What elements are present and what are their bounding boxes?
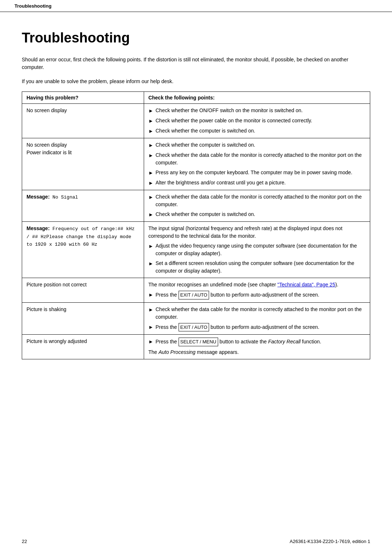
list-item: ► Press the EXIT / AUTO button to perfor… (148, 291, 366, 299)
solution-list: ► Check whether the data cable for the m… (148, 306, 366, 332)
bullet-icon: ► (148, 117, 154, 125)
solution-list: ► Check whether the ON/OFF switch on the… (148, 107, 366, 135)
solution-list: ► Adjust the video frequency range using… (148, 242, 366, 275)
solution-text: Check whether the data cable for the mon… (156, 193, 366, 208)
solution-text: Check whether the computer is switched o… (156, 211, 366, 218)
solution-text: Press the EXIT / AUTO button to perform … (156, 291, 366, 299)
content-area: Troubleshooting Should an error occur, f… (0, 12, 392, 381)
footer-page-number: 22 (22, 539, 27, 544)
bullet-icon: ► (148, 169, 154, 177)
troubleshooting-table: Having this problem? Check the following… (22, 91, 370, 359)
problem-text: Picture is wrongly adjusted (26, 338, 87, 344)
problem-cell: No screen display Power indicator is lit (22, 138, 144, 190)
solution-cell: ► Check whether the data cable for the m… (144, 190, 370, 222)
exit-auto-button-label: EXIT / AUTO (179, 291, 209, 299)
intro-paragraph-1: Should an error occur, first check the f… (22, 56, 370, 71)
solution-text: Check whether the ON/OFF switch on the m… (156, 107, 366, 114)
problem-subtext: Power indicator is lit (26, 150, 72, 155)
breadcrumb-bar: Troubleshooting (0, 0, 392, 12)
bullet-icon: ► (148, 260, 154, 268)
footer-document-code: A26361-K1334-Z220-1-7619, edition 1 (290, 539, 370, 544)
solution-text: Press the EXIT / AUTO button to perform … (156, 323, 366, 332)
list-item: ► Press the SELECT / MENU button to acti… (148, 338, 366, 346)
solution-list: ► Press the EXIT / AUTO button to perfor… (148, 291, 366, 299)
list-item: ► Check whether the data cable for the m… (148, 306, 366, 321)
problem-cell: Picture is shaking (22, 302, 144, 335)
bullet-icon: ► (148, 127, 154, 135)
list-item: ► Adjust the video frequency range using… (148, 242, 366, 257)
solution-text: Check whether the computer is switched o… (156, 141, 366, 149)
page-container: Troubleshooting Troubleshooting Should a… (0, 0, 392, 555)
solution-cell: ► Check whether the computer is switched… (144, 138, 370, 190)
solution-list: ► Check whether the computer is switched… (148, 141, 366, 187)
bullet-icon: ► (148, 211, 154, 219)
col-solution-header: Check the following points: (144, 92, 370, 104)
problem-text: Picture position not correct (26, 282, 87, 287)
bullet-icon: ► (148, 152, 154, 159)
table-row: Message: No Signal ► Check whether the d… (22, 190, 370, 222)
list-item: ► Check whether the data cable for the m… (148, 151, 366, 167)
solution-text: Check whether the power cable on the mon… (156, 117, 366, 125)
auto-processing-text: The Auto Processing message appears. (148, 348, 366, 356)
bullet-icon: ► (148, 338, 154, 346)
table-row: Picture position not correct The monitor… (22, 278, 370, 303)
bullet-icon: ► (148, 193, 154, 201)
solution-cell: ► Press the SELECT / MENU button to acti… (144, 335, 370, 359)
list-item: ► Check whether the power cable on the m… (148, 117, 366, 125)
bullet-icon: ► (148, 142, 154, 149)
problem-bold: Message: Frequency out of range:## kHz /… (26, 225, 135, 247)
solution-text: Check whether the computer is switched o… (156, 127, 366, 135)
table-header-row: Having this problem? Check the following… (22, 92, 370, 104)
breadcrumb: Troubleshooting (15, 3, 52, 9)
solution-text: Check whether the data cable for the mon… (156, 151, 366, 167)
technical-data-link[interactable]: "Technical data", Page 25 (277, 282, 335, 287)
list-item: ► Press the EXIT / AUTO button to perfor… (148, 323, 366, 332)
table-row: Picture is wrongly adjusted ► Press the … (22, 335, 370, 359)
list-item: ► Press any key on the computer keyboard… (148, 169, 366, 177)
bullet-icon: ► (148, 107, 154, 115)
problem-cell: Picture is wrongly adjusted (22, 335, 144, 359)
problem-bold: Message: No Signal (26, 194, 78, 200)
list-item: ► Set a different screen resolution usin… (148, 260, 366, 275)
solution-text: The monitor recognises an undefined mode… (148, 281, 366, 289)
problem-text: No screen display (26, 142, 67, 148)
table-row: No screen display ► Check whether the ON… (22, 104, 370, 138)
solution-text: Alter the brightness and/or contrast unt… (156, 179, 366, 187)
list-item: ► Check whether the data cable for the m… (148, 193, 366, 208)
exit-auto-button-label-2: EXIT / AUTO (179, 323, 209, 332)
bullet-icon: ► (148, 291, 154, 299)
problem-cell: Picture position not correct (22, 278, 144, 303)
table-row: No screen display Power indicator is lit… (22, 138, 370, 190)
list-item: ► Check whether the computer is switched… (148, 127, 366, 135)
auto-processing-italic: Auto Processing (159, 349, 196, 355)
solution-text: The input signal (horizontal frequency a… (148, 225, 366, 240)
problem-text: No screen display (26, 107, 67, 113)
solution-list: ► Press the SELECT / MENU button to acti… (148, 338, 366, 346)
bullet-icon: ► (148, 306, 154, 314)
list-item: ► Check whether the computer is switched… (148, 211, 366, 219)
solution-cell: ► Check whether the ON/OFF switch on the… (144, 104, 370, 138)
solution-list: ► Check whether the data cable for the m… (148, 193, 366, 219)
solution-cell: The monitor recognises an undefined mode… (144, 278, 370, 303)
problem-cell: Message: Frequency out of range:## kHz /… (22, 222, 144, 278)
intro-paragraph-2: If you are unable to solve the problem, … (22, 78, 370, 84)
solution-cell: ► Check whether the data cable for the m… (144, 302, 370, 335)
factory-recall-italic: Factory Recall (268, 339, 301, 344)
solution-text: Check whether the data cable for the mon… (156, 306, 366, 321)
bullet-icon: ► (148, 179, 154, 187)
col-problem-header: Having this problem? (22, 92, 144, 104)
bullet-icon: ► (148, 323, 154, 331)
solution-text: Set a different screen resolution using … (156, 260, 366, 275)
list-item: ► Check whether the computer is switched… (148, 141, 366, 149)
table-row: Message: Frequency out of range:## kHz /… (22, 222, 370, 278)
list-item: ► Check whether the ON/OFF switch on the… (148, 107, 366, 115)
list-item: ► Alter the brightness and/or contrast u… (148, 179, 366, 187)
solution-cell: The input signal (horizontal frequency a… (144, 222, 370, 278)
page-title: Troubleshooting (22, 30, 370, 46)
bullet-icon: ► (148, 242, 154, 250)
table-row: Picture is shaking ► Check whether the d… (22, 302, 370, 335)
solution-text: Press the SELECT / MENU button to activa… (156, 338, 366, 346)
select-menu-button-label: SELECT / MENU (179, 338, 218, 346)
solution-text: Press any key on the computer keyboard. … (156, 169, 366, 176)
problem-cell: No screen display (22, 104, 144, 138)
